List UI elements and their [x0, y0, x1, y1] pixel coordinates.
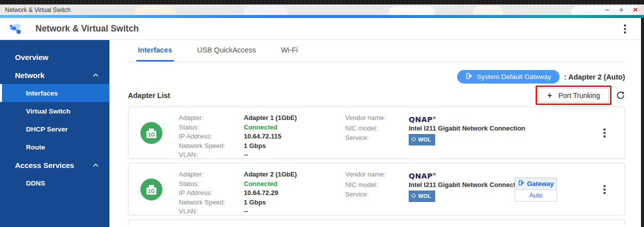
- gateway-button-label: Gateway: [527, 180, 554, 188]
- tab-bar: Interfaces USB QuickAccess Wi-Fi: [128, 40, 625, 62]
- default-gateway-row: System Default Gateway : Adapter 2 (Auto…: [128, 70, 625, 84]
- status-value: Connected: [244, 123, 345, 132]
- system-default-gateway-label: System Default Gateway: [477, 73, 552, 80]
- sidebar-item-virtual-switch[interactable]: Virtual Switch: [0, 102, 109, 120]
- header-menu-button[interactable]: [622, 22, 628, 36]
- desktop-blob: [389, 6, 435, 15]
- sidebar-item-label: Overview: [15, 53, 48, 62]
- port-trunking-button[interactable]: + Port Trunking: [538, 88, 609, 102]
- adapter-label: Adapter:: [179, 170, 244, 180]
- vlan-value: --: [244, 150, 345, 160]
- app-window: Network & Virtual Switch – + × Network &…: [0, 0, 644, 227]
- vendor-label: Vendor name:: [345, 114, 409, 124]
- gateway-icon: [466, 72, 473, 81]
- minimize-button[interactable]: –: [605, 6, 610, 14]
- default-gateway-value: : Adapter 2 (Auto): [564, 73, 625, 81]
- speed-label: Network Speed:: [179, 198, 244, 208]
- adapter-list-title: Adapter List: [128, 92, 170, 100]
- gateway-icon: [518, 180, 525, 188]
- highlight-annotation: + Port Trunking: [536, 86, 612, 105]
- tab-usb-quickaccess[interactable]: USB QuickAccess: [196, 40, 258, 62]
- gateway-selector: Gateway Auto: [515, 178, 557, 202]
- main-content: Interfaces USB QuickAccess Wi-Fi System …: [109, 40, 644, 227]
- port-trunking-label: Port Trunking: [559, 92, 600, 100]
- adapter-info-columns: Adapter: Adapter 1 (1GbE) Status: Connec…: [179, 114, 345, 160]
- ip-value: 10.64.72.115: [244, 132, 345, 142]
- page-title: Network & Virtual Switch: [35, 24, 139, 34]
- gateway-auto-button[interactable]: Auto: [515, 190, 557, 201]
- nic-1g-icon: 1G: [140, 122, 162, 144]
- nic-1g-icon: 1G: [140, 178, 162, 200]
- chevron-up-icon: [93, 164, 98, 167]
- adapter-name: Adapter 1 (1GbE): [244, 114, 345, 123]
- adapter-menu-button[interactable]: [602, 183, 608, 196]
- plus-icon: +: [547, 92, 552, 100]
- sidebar-item-label: Virtual Switch: [26, 108, 70, 115]
- sidebar-item-interfaces[interactable]: Interfaces: [0, 84, 109, 102]
- speed-label: Network Speed:: [179, 142, 244, 151]
- gateway-button[interactable]: Gateway: [515, 178, 557, 190]
- power-icon: [411, 135, 416, 144]
- adapter-card-3-partial: [128, 220, 625, 226]
- adapter-vendor-columns: Vendor name: QNAP® NIC model: Intel I211…: [345, 114, 525, 146]
- sidebar-item-label: Interfaces: [26, 90, 58, 97]
- sidebar-item-label: Route: [26, 144, 45, 151]
- adapter-list-header: Adapter List + Port Trunking: [128, 86, 625, 105]
- tab-interfaces[interactable]: Interfaces: [136, 40, 174, 62]
- sidebar-item-access-services[interactable]: Access Services: [0, 156, 109, 174]
- sidebar-item-overview[interactable]: Overview: [0, 48, 109, 66]
- vlan-label: VLAN:: [179, 207, 244, 216]
- desktop-blob: [474, 6, 503, 15]
- refresh-button[interactable]: [616, 91, 625, 100]
- ip-value: 10.64.72.29: [244, 188, 345, 198]
- nic-model-label: NIC model:: [345, 124, 409, 134]
- sidebar-item-network[interactable]: Network: [0, 66, 109, 84]
- svg-text:1G: 1G: [148, 132, 155, 138]
- sidebar-item-label: DHCP Server: [26, 126, 68, 133]
- sidebar-item-label: Access Services: [15, 161, 74, 170]
- adapter-menu-button[interactable]: [602, 126, 608, 140]
- vendor-label: Vendor name:: [345, 170, 409, 180]
- nic-model-value: Intel I211 Gigabit Network Connection: [409, 180, 525, 190]
- sidebar: Overview Network Interfaces Virtual Swit…: [0, 40, 109, 227]
- nic-model-label: NIC model:: [345, 180, 409, 190]
- vlan-value: --: [244, 207, 345, 216]
- sidebar-item-route[interactable]: Route: [0, 138, 109, 156]
- status-value: Connected: [244, 180, 345, 189]
- qnap-logo: QNAP®: [409, 114, 525, 124]
- service-label: Service:: [345, 190, 409, 202]
- tab-wifi[interactable]: Wi-Fi: [279, 40, 299, 62]
- adapter-card-2: 1G Adapter: Adapter 2 (1GbE) Status: Con…: [128, 163, 625, 216]
- service-label: Service:: [345, 134, 409, 146]
- desktop-blob: [135, 6, 176, 15]
- qnap-logo: QNAP®: [409, 170, 525, 180]
- desktop-blob: [244, 6, 288, 15]
- adapter-vendor-columns: Vendor name: QNAP® NIC model: Intel I211…: [345, 170, 525, 202]
- network-switch-app-icon: [6, 22, 22, 36]
- wol-label: WOL: [418, 135, 431, 144]
- chevron-up-icon: [93, 74, 98, 77]
- close-button[interactable]: ×: [633, 6, 638, 14]
- wol-badge: WOL: [409, 190, 435, 202]
- desktop-edge: [641, 18, 644, 227]
- sidebar-item-dhcp-server[interactable]: DHCP Server: [0, 120, 109, 138]
- desktop-strip: [0, 0, 644, 4]
- wol-badge: WOL: [409, 134, 435, 146]
- window-title: Network & Virtual Switch: [5, 6, 70, 14]
- adapter-info-columns: Adapter: Adapter 2 (1GbE) Status: Connec…: [179, 170, 345, 216]
- ip-label: IP Address:: [179, 132, 244, 142]
- window-titlebar[interactable]: Network & Virtual Switch – + ×: [0, 4, 644, 15]
- wol-label: WOL: [418, 192, 431, 201]
- sidebar-item-label: DDNS: [26, 180, 45, 187]
- adapter-name: Adapter 2 (1GbE): [244, 170, 345, 180]
- sidebar-item-label: Network: [15, 71, 44, 80]
- adapter-label: Adapter:: [179, 114, 244, 123]
- maximize-button[interactable]: +: [619, 6, 624, 14]
- adapter-card-1: 1G Adapter: Adapter 1 (1GbE) Status: Con…: [128, 106, 625, 159]
- sidebar-item-ddns[interactable]: DDNS: [0, 174, 109, 192]
- system-default-gateway-button[interactable]: System Default Gateway: [457, 70, 560, 84]
- nic-model-value: Intel I211 Gigabit Network Connection: [409, 124, 525, 134]
- svg-text:1G: 1G: [148, 188, 155, 194]
- power-icon: [411, 192, 416, 201]
- app-header: Network & Virtual Switch: [0, 18, 644, 40]
